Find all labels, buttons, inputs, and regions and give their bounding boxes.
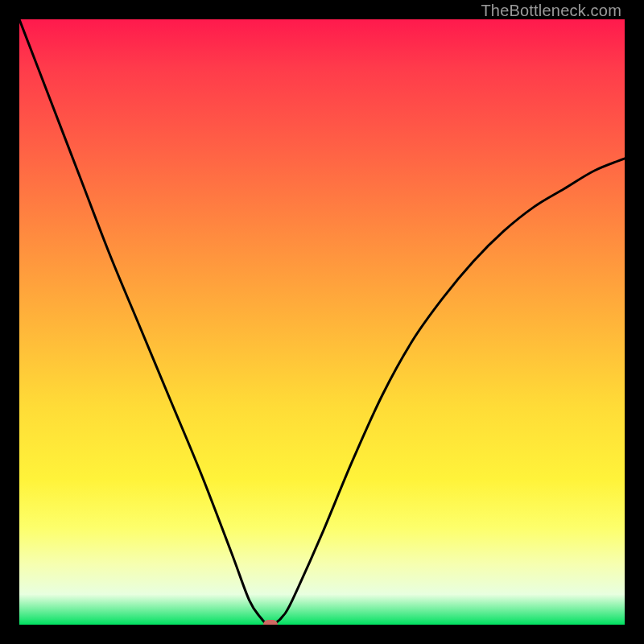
plot-area	[19, 19, 625, 625]
bottleneck-curve	[19, 19, 625, 625]
chart-frame: TheBottleneck.com	[0, 0, 644, 644]
optimal-point-marker	[263, 620, 278, 625]
attribution-text: TheBottleneck.com	[481, 2, 621, 20]
